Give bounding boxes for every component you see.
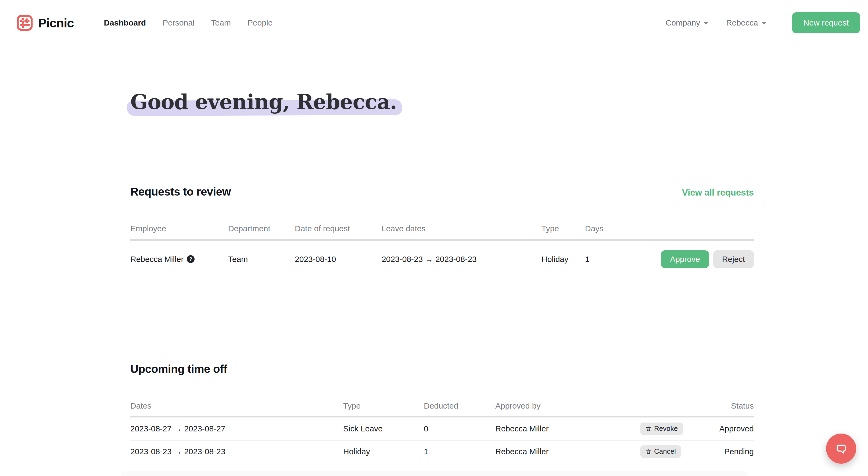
requests-table-header: Employee Department Date of request Leav…: [130, 224, 754, 241]
nav-item-personal[interactable]: Personal: [163, 18, 194, 27]
approved-by-cell: Rebecca Miller: [495, 424, 640, 433]
deducted-cell: 0: [424, 424, 495, 433]
trash-icon: [646, 426, 651, 432]
col-date-of-request: Date of request: [295, 224, 381, 233]
nav-item-dashboard[interactable]: Dashboard: [104, 18, 146, 27]
col-department: Department: [228, 224, 295, 233]
col-days: Days: [585, 224, 623, 233]
user-menu-button[interactable]: Rebecca: [726, 18, 766, 27]
brand-logo[interactable]: Picnic: [17, 15, 74, 31]
chevron-down-icon: [762, 22, 767, 25]
type-cell: Holiday: [343, 447, 424, 456]
user-menu-label: Rebecca: [726, 18, 758, 27]
revoke-button[interactable]: Revoke: [640, 422, 683, 435]
nav-item-people[interactable]: People: [248, 18, 273, 27]
approve-button[interactable]: Approve: [661, 250, 709, 268]
reject-button[interactable]: Reject: [713, 250, 754, 268]
header-menus: Company Rebecca New request: [665, 12, 860, 33]
help-icon[interactable]: [187, 255, 194, 263]
dates-cell: 2023-08-23 → 2023-08-23: [130, 447, 343, 456]
department-cell: Team: [228, 255, 295, 264]
picnic-logo-icon: [17, 15, 33, 31]
dates-cell: 2023-08-27 → 2023-08-27: [130, 424, 343, 433]
main-nav: Dashboard Personal Team People: [104, 18, 273, 27]
revoke-label: Revoke: [654, 424, 678, 433]
requests-to-review-section: Requests to review View all requests Emp…: [130, 185, 754, 278]
company-menu-label: Company: [665, 18, 700, 27]
days-cell: 1: [585, 255, 623, 264]
col-approved-by: Approved by: [495, 401, 640, 410]
view-all-requests-link[interactable]: View all requests: [682, 188, 754, 198]
type-cell: Sick Leave: [343, 424, 424, 433]
brand-name: Picnic: [38, 15, 74, 30]
chevron-down-icon: [704, 22, 708, 25]
cancel-label: Cancel: [654, 447, 676, 455]
col-type: Type: [541, 224, 585, 233]
trash-icon: [646, 449, 651, 454]
col-employee: Employee: [130, 224, 228, 233]
upcoming-table-header: Dates Type Deducted Approved by Status: [130, 401, 754, 417]
time-off-row: 2023-08-27 → 2023-08-27 Sick Leave 0 Reb…: [130, 417, 754, 440]
chat-bubble-icon: [833, 441, 849, 456]
type-cell: Holiday: [541, 255, 585, 264]
row-action: Cancel: [640, 445, 705, 458]
chat-widget-button[interactable]: [826, 434, 856, 464]
requests-section-title: Requests to review: [130, 185, 231, 198]
company-menu-button[interactable]: Company: [665, 18, 708, 27]
upcoming-table: Dates Type Deducted Approved by Status 2…: [130, 401, 754, 463]
request-actions: Approve Reject: [623, 250, 754, 268]
date-of-request-cell: 2023-08-10: [295, 255, 381, 264]
col-status: Status: [705, 401, 754, 410]
request-row: Rebecca Miller Team 2023-08-10 2023-08-2…: [130, 241, 754, 278]
time-off-row: 2023-08-23 → 2023-08-23 Holiday 1 Rebecc…: [130, 440, 754, 463]
nav-item-team[interactable]: Team: [211, 18, 231, 27]
status-cell: Approved: [705, 424, 754, 433]
next-section-card-top: [121, 471, 747, 476]
upcoming-section-title: Upcoming time off: [130, 362, 754, 376]
employee-name: Rebecca Miller: [130, 255, 184, 264]
leave-dates-cell: 2023-08-23 → 2023-08-23: [381, 255, 541, 264]
greeting-heading: Good evening, Rebecca.: [130, 91, 754, 113]
greeting-text: Good evening, Rebecca.: [130, 91, 397, 113]
col-leave-dates: Leave dates: [381, 224, 541, 233]
col-dates: Dates: [130, 401, 343, 410]
col-type: Type: [343, 401, 424, 410]
cancel-button[interactable]: Cancel: [640, 445, 681, 458]
col-deducted: Deducted: [424, 401, 495, 410]
employee-cell: Rebecca Miller: [130, 255, 228, 264]
top-nav-bar: Picnic Dashboard Personal Team People Co…: [0, 0, 868, 46]
upcoming-time-off-section: Upcoming time off Dates Type Deducted Ap…: [130, 362, 754, 463]
row-action: Revoke: [640, 422, 705, 435]
status-cell: Pending: [705, 447, 754, 456]
main-content: Good evening, Rebecca. Requests to revie…: [130, 91, 754, 463]
new-request-button[interactable]: New request: [792, 12, 860, 33]
approved-by-cell: Rebecca Miller: [495, 447, 640, 456]
deducted-cell: 1: [424, 447, 495, 456]
requests-table: Employee Department Date of request Leav…: [130, 224, 754, 278]
